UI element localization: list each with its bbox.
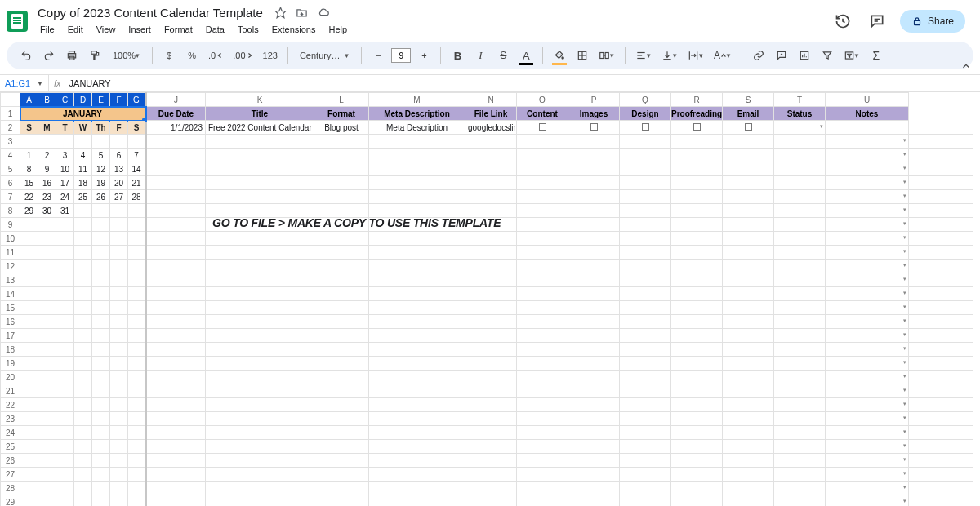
cell[interactable] — [128, 371, 146, 384]
cell[interactable] — [38, 232, 56, 246]
cell[interactable] — [671, 357, 723, 371]
col-header-D[interactable]: D — [74, 93, 92, 107]
cell[interactable] — [466, 135, 517, 149]
cell[interactable] — [110, 440, 128, 454]
cell[interactable] — [38, 426, 56, 440]
cell[interactable] — [38, 301, 56, 315]
cell[interactable] — [671, 329, 723, 343]
cell[interactable] — [92, 218, 110, 232]
cell[interactable]: 11 — [74, 162, 92, 176]
cell[interactable] — [128, 301, 146, 315]
redo-icon[interactable] — [39, 46, 59, 65]
cell[interactable] — [369, 315, 466, 329]
cell[interactable] — [74, 398, 92, 412]
cell[interactable]: 28 — [128, 190, 146, 204]
col-header-P[interactable]: P — [568, 93, 620, 107]
cell[interactable] — [128, 135, 146, 149]
cell[interactable] — [128, 343, 146, 357]
cell[interactable] — [20, 371, 38, 384]
cell[interactable] — [466, 398, 517, 412]
cell-header-R[interactable]: Proofreading — [671, 107, 723, 121]
cell[interactable] — [56, 301, 74, 315]
cell[interactable] — [206, 495, 314, 507]
cell[interactable] — [20, 412, 38, 426]
row-header-16[interactable]: 16 — [1, 315, 20, 329]
cell[interactable] — [774, 287, 826, 301]
col-header-A[interactable]: A — [20, 93, 38, 107]
cell-status-dd[interactable]: ▾ — [826, 260, 909, 273]
cell-status-dd[interactable]: ▾ — [826, 190, 909, 204]
cell-day-label[interactable]: F — [110, 121, 128, 135]
cell[interactable]: 17 — [56, 176, 74, 190]
cell[interactable] — [128, 204, 146, 218]
cell[interactable] — [110, 329, 128, 343]
cell[interactable] — [56, 371, 74, 384]
cloud-status-icon[interactable] — [317, 7, 330, 20]
cell[interactable] — [723, 371, 774, 384]
cell[interactable] — [774, 190, 826, 204]
cell[interactable] — [20, 218, 38, 232]
rotate-button[interactable]: A▼ — [710, 46, 735, 65]
cell[interactable] — [466, 301, 517, 315]
row-header-17[interactable]: 17 — [1, 329, 20, 343]
cell[interactable] — [774, 246, 826, 260]
row-header-19[interactable]: 19 — [1, 357, 20, 371]
cell[interactable] — [466, 343, 517, 357]
col-header-J[interactable]: J — [146, 93, 206, 107]
cell[interactable] — [128, 454, 146, 468]
cell[interactable] — [466, 357, 517, 371]
cell[interactable] — [723, 162, 774, 176]
cell[interactable] — [568, 357, 620, 371]
cell[interactable] — [20, 468, 38, 482]
col-header-E[interactable]: E — [92, 93, 110, 107]
cell[interactable] — [723, 454, 774, 468]
cell-status-dd[interactable]: ▾ — [826, 162, 909, 176]
cell[interactable] — [146, 149, 206, 162]
cell[interactable] — [620, 135, 671, 149]
cell[interactable] — [206, 232, 314, 246]
cell-status-dd[interactable]: ▾ — [826, 329, 909, 343]
cell[interactable] — [466, 495, 517, 507]
cell[interactable] — [909, 135, 973, 149]
document-title[interactable]: Copy of 2023 Content Calendar Template — [34, 5, 266, 20]
row-header-6[interactable]: 6 — [1, 176, 20, 190]
cell[interactable] — [620, 329, 671, 343]
cell[interactable] — [774, 135, 826, 149]
cell[interactable] — [20, 232, 38, 246]
cell[interactable] — [38, 412, 56, 426]
cell[interactable] — [110, 135, 128, 149]
cell[interactable] — [128, 426, 146, 440]
cell[interactable]: 19 — [92, 176, 110, 190]
cell[interactable] — [56, 357, 74, 371]
font-select[interactable]: Century… ▼ — [295, 46, 354, 65]
cell[interactable] — [56, 454, 74, 468]
row-header-25[interactable]: 25 — [1, 440, 20, 454]
cell[interactable]: 23 — [38, 190, 56, 204]
undo-icon[interactable] — [16, 46, 36, 65]
col-header-T[interactable]: T — [774, 93, 826, 107]
cell[interactable] — [56, 135, 74, 149]
row-header-4[interactable]: 4 — [1, 149, 20, 162]
cell[interactable] — [723, 287, 774, 301]
cell[interactable]: 8 — [20, 162, 38, 176]
cell-header-K[interactable]: Title — [206, 107, 314, 121]
cell[interactable] — [774, 398, 826, 412]
cell[interactable] — [671, 218, 723, 232]
cell[interactable] — [369, 260, 466, 273]
cell[interactable] — [206, 204, 314, 218]
cell[interactable] — [517, 246, 568, 260]
row-header-3[interactable]: 3 — [1, 135, 20, 149]
cell[interactable] — [38, 135, 56, 149]
cell[interactable] — [369, 384, 466, 398]
cell[interactable] — [314, 315, 369, 329]
cell[interactable]: 26 — [92, 190, 110, 204]
cell[interactable] — [671, 149, 723, 162]
spreadsheet-grid[interactable]: ABCDEFGJKLMNOPQRSTU1JANUARYDue DateTitle… — [0, 92, 973, 506]
cell[interactable] — [568, 495, 620, 507]
row-header-8[interactable]: 8 — [1, 204, 20, 218]
cell[interactable] — [128, 440, 146, 454]
cell[interactable] — [20, 384, 38, 398]
cell[interactable] — [620, 315, 671, 329]
cell[interactable] — [620, 149, 671, 162]
cell[interactable] — [466, 232, 517, 246]
